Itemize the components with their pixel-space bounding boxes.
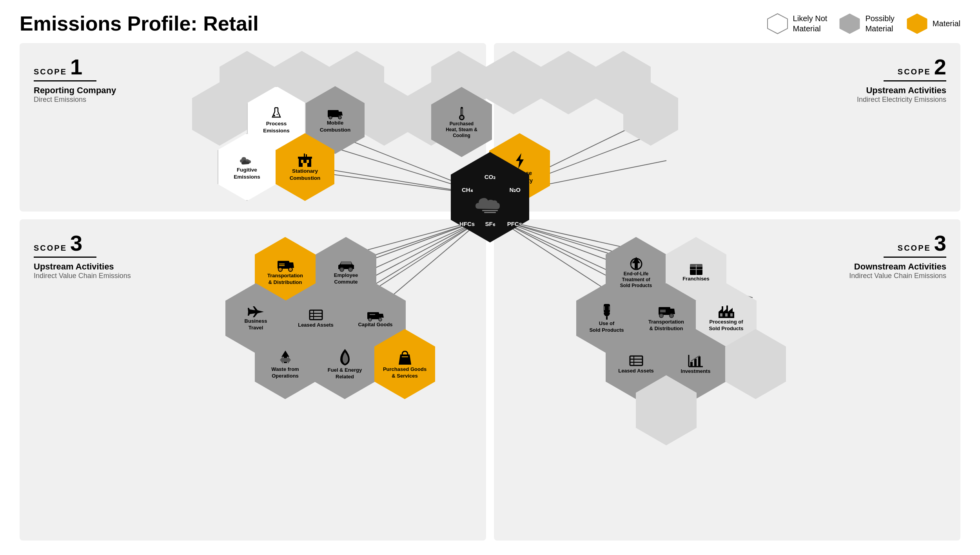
scope1-panel: SCOPE 1 Reporting Company Direct Emissio… [20,43,486,212]
scope3up-number: 3 [70,230,82,256]
legend-label-likely-not: Likely NotMaterial [793,13,828,34]
scope1-desc: Direct Emissions [34,96,472,104]
scope2-subtitle: Upstream Activities [508,85,946,96]
legend-hex-orange [906,13,928,34]
scope2-number: 2 [934,54,946,80]
scope3up-subtitle: Upstream Activities [34,262,472,272]
scope3down-panel: SCOPE 3 Downstream Activities Indirect V… [494,219,960,541]
scope1-number: 1 [70,54,82,80]
legend-hex-white [767,13,788,34]
legend-item-possibly: PossiblyMaterial [839,13,894,34]
svg-marker-0 [768,14,788,34]
page-title: Emissions Profile: Retail [20,12,259,35]
scope1-subtitle: Reporting Company [34,85,472,96]
gas-sf6: SF₆ [485,221,495,228]
svg-marker-2 [907,14,927,34]
scope3down-desc: Indirect Value Chain Emissions [508,272,946,280]
scope3down-label: SCOPE [898,244,931,253]
scope2-panel: SCOPE 2 Upstream Activities Indirect Ele… [494,43,960,212]
scope3up-panel: SCOPE 3 Upstream Activities Indirect Val… [20,219,486,541]
legend-label-possibly: PossiblyMaterial [865,13,894,34]
header: Emissions Profile: Retail Likely NotMate… [20,12,960,35]
scope3up-desc: Indirect Value Chain Emissions [34,272,472,280]
svg-marker-1 [840,14,860,34]
legend-item-likely-not: Likely NotMaterial [767,13,828,34]
scope1-label: SCOPE [34,67,67,76]
scope3down-subtitle: Downstream Activities [508,262,946,272]
legend-item-material: Material [906,13,960,34]
scope3up-label: SCOPE [34,244,67,253]
svg-rect-43 [484,212,496,213]
page: Emissions Profile: Retail Likely NotMate… [0,0,980,555]
scope3down-number: 3 [934,230,946,256]
scope2-desc: Indirect Electricity Emissions [508,96,946,104]
legend-label-material: Material [933,18,960,29]
scope2-label: SCOPE [898,67,931,76]
legend-hex-gray [839,13,860,34]
legend: Likely NotMaterial PossiblyMaterial Mate… [767,13,960,34]
